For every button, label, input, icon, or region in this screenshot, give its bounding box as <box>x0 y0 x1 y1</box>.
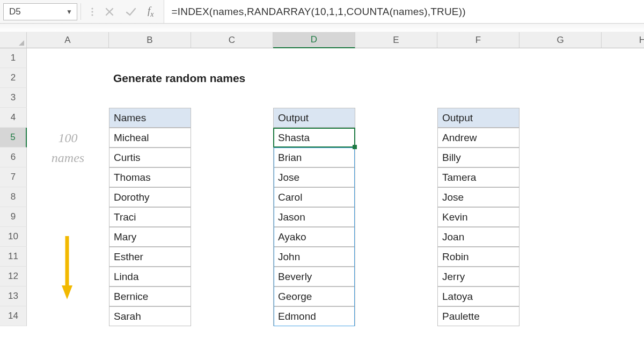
cell[interactable] <box>602 227 644 247</box>
col-header-H[interactable]: H <box>602 32 644 48</box>
cell[interactable] <box>27 108 109 128</box>
cell[interactable] <box>519 128 602 148</box>
cell[interactable]: Linda <box>109 267 191 286</box>
cell[interactable] <box>27 306 109 326</box>
cell[interactable] <box>191 207 273 227</box>
cell[interactable] <box>355 148 437 167</box>
cell[interactable] <box>191 227 273 247</box>
cell[interactable] <box>519 108 602 128</box>
cell[interactable] <box>519 267 602 286</box>
cell[interactable] <box>602 187 644 207</box>
cell[interactable] <box>602 48 644 68</box>
cell[interactable]: Beverly <box>273 267 355 286</box>
cell[interactable]: Latoya <box>437 286 519 306</box>
cell[interactable]: Carol <box>273 187 355 207</box>
cell[interactable] <box>273 48 355 68</box>
row-header[interactable]: 5 <box>0 128 27 148</box>
cancel-icon[interactable] <box>105 7 114 17</box>
cell[interactable] <box>27 68 109 88</box>
cell[interactable] <box>602 167 644 187</box>
cell[interactable]: Mary <box>109 227 191 247</box>
cell[interactable] <box>602 68 644 88</box>
cell[interactable]: Kevin <box>437 207 519 227</box>
row-header[interactable]: 7 <box>0 167 27 187</box>
cell[interactable] <box>602 306 644 326</box>
cell[interactable]: Bernice <box>109 286 191 306</box>
row-header[interactable]: 14 <box>0 306 27 326</box>
cell[interactable] <box>191 247 273 267</box>
cell[interactable] <box>602 247 644 267</box>
cell[interactable] <box>437 68 519 88</box>
cell[interactable]: Sarah <box>109 306 191 326</box>
cell[interactable]: Jason <box>273 207 355 227</box>
cell[interactable] <box>519 148 602 167</box>
col-header-G[interactable]: G <box>519 32 602 48</box>
cell[interactable] <box>355 187 437 207</box>
cell[interactable]: Edmond <box>273 306 355 326</box>
cell[interactable]: Brian <box>273 148 355 167</box>
page-title[interactable]: Generate random names <box>109 68 191 88</box>
cell[interactable] <box>355 128 437 148</box>
cell[interactable] <box>602 108 644 128</box>
row-header[interactable]: 10 <box>0 227 27 247</box>
col-header-A[interactable]: A <box>27 32 109 48</box>
col-header-C[interactable]: C <box>191 32 273 48</box>
col-header-E[interactable]: E <box>355 32 437 48</box>
name-box[interactable]: D5 ▼ <box>3 3 77 20</box>
row-header[interactable]: 6 <box>0 148 27 167</box>
cell[interactable] <box>191 148 273 167</box>
row-header[interactable]: 2 <box>0 68 27 88</box>
row-header[interactable]: 8 <box>0 187 27 207</box>
col-header-B[interactable]: B <box>109 32 191 48</box>
cell[interactable] <box>27 88 109 108</box>
cell[interactable] <box>27 187 109 207</box>
cell[interactable] <box>355 167 437 187</box>
spreadsheet-grid[interactable]: A B C D E F G H 1 2 Generate random name… <box>0 32 644 326</box>
table-header[interactable]: Names <box>109 108 191 128</box>
cell[interactable] <box>109 48 191 68</box>
cell[interactable] <box>191 128 273 148</box>
cell[interactable] <box>519 247 602 267</box>
row-header[interactable]: 1 <box>0 48 27 68</box>
cell[interactable] <box>355 267 437 286</box>
cell[interactable]: Shasta <box>273 128 355 148</box>
cell[interactable] <box>355 48 437 68</box>
cell[interactable] <box>191 88 273 108</box>
cell[interactable] <box>519 167 602 187</box>
cell[interactable] <box>273 68 355 88</box>
cell[interactable] <box>191 48 273 68</box>
cell[interactable] <box>519 227 602 247</box>
cell[interactable] <box>191 286 273 306</box>
cell[interactable]: Billy <box>437 148 519 167</box>
row-header[interactable]: 9 <box>0 207 27 227</box>
cell[interactable] <box>355 68 437 88</box>
formula-input[interactable]: =INDEX(names,RANDARRAY(10,1,1,COUNTA(nam… <box>164 0 645 23</box>
enter-icon[interactable] <box>125 7 137 17</box>
cell[interactable]: Jose <box>437 187 519 207</box>
cell[interactable] <box>191 68 273 88</box>
cell[interactable] <box>355 108 437 128</box>
cell[interactable] <box>519 88 602 108</box>
cell[interactable] <box>273 88 355 108</box>
col-header-F[interactable]: F <box>437 32 519 48</box>
col-header-D[interactable]: D <box>273 32 355 48</box>
cell[interactable] <box>437 48 519 68</box>
cell[interactable] <box>602 128 644 148</box>
cell[interactable] <box>27 48 109 68</box>
cell[interactable] <box>355 286 437 306</box>
cell[interactable] <box>109 88 191 108</box>
cell[interactable] <box>602 267 644 286</box>
cell[interactable] <box>602 88 644 108</box>
cell[interactable]: Jerry <box>437 267 519 286</box>
cell[interactable] <box>355 207 437 227</box>
cell[interactable]: Joan <box>437 227 519 247</box>
cell[interactable] <box>191 267 273 286</box>
fx-icon[interactable]: fx <box>148 5 154 19</box>
cell[interactable]: George <box>273 286 355 306</box>
cell[interactable]: Thomas <box>109 167 191 187</box>
row-header[interactable]: 4 <box>0 108 27 128</box>
cell[interactable]: Andrew <box>437 128 519 148</box>
row-header[interactable]: 12 <box>0 267 27 286</box>
table-header[interactable]: Output <box>437 108 519 128</box>
cell[interactable]: Robin <box>437 247 519 267</box>
